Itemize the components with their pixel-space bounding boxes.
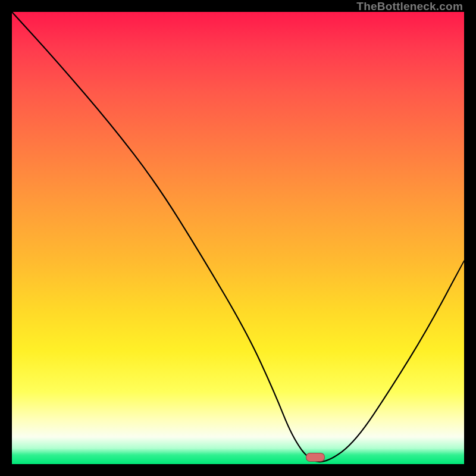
curve-path (12, 12, 464, 462)
bottleneck-curve (12, 12, 464, 464)
watermark-text: TheBottleneck.com (356, 0, 463, 13)
plot-area (12, 12, 464, 464)
optimal-point-marker (306, 453, 325, 462)
